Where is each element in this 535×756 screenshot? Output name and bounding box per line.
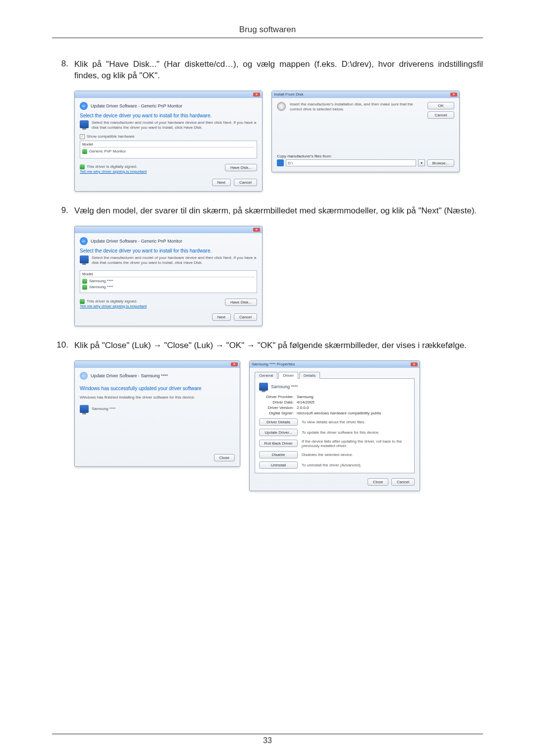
step-text: Vælg den model, der svarer til din skærm…	[74, 205, 483, 217]
install-from-disk-dialog: Install From Disk ✕ Insert the manufactu…	[271, 91, 460, 172]
step-10: 10. Klik på "Close" (Luk) → "Close" (Luk…	[52, 340, 483, 352]
section-heading: Select the device driver you want to ins…	[80, 113, 257, 118]
dialog-titlebar: ✕	[75, 226, 262, 233]
label: Digital Signer:	[259, 411, 294, 415]
device-name: Samsung ****	[92, 405, 115, 411]
screenshot-row-10: ✕ ← Update Driver Software - Samsung ***…	[74, 360, 483, 491]
label: Driver Version:	[259, 405, 294, 410]
list-item-label: Samsung ****	[89, 279, 113, 283]
monitor-icon	[80, 120, 89, 128]
cancel-button[interactable]: Cancel	[234, 179, 257, 186]
header-rule	[52, 38, 483, 38]
label: Driver Provider:	[259, 395, 294, 399]
tab-bar: General Driver Details	[255, 372, 415, 379]
dialog-title: Samsung **** Properties	[252, 362, 295, 366]
list-item-label: Samsung ****	[89, 285, 113, 289]
step-number: 10.	[52, 340, 74, 350]
dialog-titlebar: Samsung **** Properties ✕	[250, 361, 420, 368]
step-8: 8. Klik på "Have Disk..." (Har diskette/…	[52, 59, 483, 82]
close-icon[interactable]: ✕	[253, 93, 260, 97]
ok-button[interactable]: OK	[428, 102, 454, 109]
cancel-button[interactable]: Cancel	[428, 111, 454, 119]
close-icon[interactable]: ✕	[450, 93, 457, 97]
rollback-button[interactable]: Roll Back Driver	[259, 440, 298, 447]
copy-from-label: Copy manufacturer's files from:	[277, 154, 454, 158]
have-disk-button[interactable]: Have Disk...	[225, 299, 257, 306]
wizard-title: Update Driver Software - Generic PnP Mon…	[91, 103, 182, 108]
signed-text: This driver is digitally signed.	[87, 299, 137, 304]
step-text: Klik på "Have Disk..." (Har diskette/cd……	[74, 59, 483, 82]
model-header: Model	[82, 142, 255, 148]
label: Driver Date:	[259, 400, 294, 404]
signing-link[interactable]: Tell me why driver signing is important	[80, 169, 147, 174]
list-item[interactable]: Samsung ****	[82, 278, 255, 284]
dialog-title: Install From Disk	[274, 92, 304, 97]
section-sub: Select the manufacturer and model of you…	[92, 255, 257, 265]
shield-icon	[82, 279, 87, 284]
desc: To uninstall the driver (Advanced).	[302, 463, 410, 467]
signed-text: This driver is digitally signed.	[87, 164, 137, 169]
model-header: Model	[82, 272, 255, 277]
tab-details[interactable]: Details	[299, 372, 320, 379]
back-arrow-icon[interactable]: ←	[80, 102, 88, 110]
disable-button[interactable]: Disable	[259, 451, 298, 458]
wizard-title: Update Driver Software - Generic PnP Mon…	[91, 239, 182, 244]
tab-general[interactable]: General	[255, 372, 277, 379]
shield-icon	[80, 164, 85, 169]
close-button[interactable]: Close	[368, 478, 388, 486]
next-button[interactable]: Next	[212, 313, 231, 321]
cancel-button[interactable]: Cancel	[391, 478, 415, 486]
value: microsoft windows hardware compatibility…	[297, 411, 381, 415]
close-icon[interactable]: ✕	[253, 228, 260, 232]
cancel-button[interactable]: Cancel	[234, 313, 257, 321]
value: Samsung	[297, 395, 314, 399]
list-item-label: Generic PnP Monitor	[89, 149, 126, 153]
section-sub: Windows has finished installing the driv…	[80, 395, 235, 400]
shield-icon	[82, 285, 87, 290]
shield-icon	[82, 149, 87, 154]
browse-button[interactable]: Browse...	[427, 159, 454, 167]
section-heading: Select the device driver you want to ins…	[80, 248, 257, 253]
signing-link[interactable]: Tell me why driver signing is important	[80, 304, 147, 308]
list-item[interactable]: Generic PnP Monitor	[82, 149, 255, 154]
update-driver-dialog: ✕ ← Update Driver Software - Generic PnP…	[74, 91, 263, 192]
back-arrow-icon[interactable]: ←	[80, 237, 88, 245]
close-icon[interactable]: ✕	[231, 362, 238, 366]
section-heading: Windows has successfully updated your dr…	[80, 386, 235, 391]
monitor-icon	[259, 383, 268, 391]
update-driver-dialog-2: ✕ ← Update Driver Software - Generic PnP…	[74, 226, 263, 326]
step-number: 8.	[52, 59, 74, 69]
page-title: Brug softwaren	[52, 25, 483, 35]
list-item[interactable]: Samsung ****	[82, 284, 255, 290]
install-msg: Insert the manufacturer's installation d…	[290, 102, 424, 119]
screenshot-row-8: ✕ ← Update Driver Software - Generic PnP…	[74, 91, 483, 192]
dialog-titlebar: Install From Disk ✕	[272, 91, 459, 98]
next-button[interactable]: Next	[212, 179, 231, 186]
desc: To update the driver software for this d…	[302, 430, 410, 435]
show-compatible-label: Show compatible hardware	[87, 134, 135, 139]
back-arrow-icon: ←	[80, 372, 88, 380]
desc: If the device fails after updating the d…	[302, 439, 410, 448]
section-sub: Select the manufacturer and model of you…	[92, 120, 257, 130]
chevron-down-icon[interactable]: ▾	[418, 159, 425, 166]
page-number: 33	[0, 736, 535, 745]
wizard-title: Update Driver Software - Samsung ****	[91, 373, 168, 378]
driver-details-button[interactable]: Driver Details	[259, 418, 298, 426]
have-disk-button[interactable]: Have Disk...	[225, 164, 257, 171]
show-compatible-checkbox[interactable]: ✓	[80, 134, 85, 139]
close-button[interactable]: Close	[214, 454, 235, 461]
tab-driver[interactable]: Driver	[278, 372, 298, 379]
monitor-icon	[80, 405, 89, 413]
desc: Disables the selected device.	[302, 453, 410, 457]
model-list[interactable]: Model Generic PnP Monitor	[80, 141, 257, 158]
uninstall-button[interactable]: Uninstall	[259, 461, 298, 469]
screenshot-row-9: ✕ ← Update Driver Software - Generic PnP…	[74, 226, 483, 326]
update-driver-button[interactable]: Update Driver...	[259, 429, 298, 436]
close-icon[interactable]: ✕	[411, 362, 418, 366]
driver-panel: Samsung **** Driver Provider:Samsung Dri…	[255, 378, 415, 473]
dialog-titlebar: ✕	[75, 91, 262, 98]
step-number: 9.	[52, 205, 74, 215]
model-list[interactable]: Model Samsung **** Samsung ****	[80, 270, 257, 293]
path-field[interactable]: D:\	[286, 159, 416, 166]
update-success-dialog: ✕ ← Update Driver Software - Samsung ***…	[74, 360, 240, 467]
